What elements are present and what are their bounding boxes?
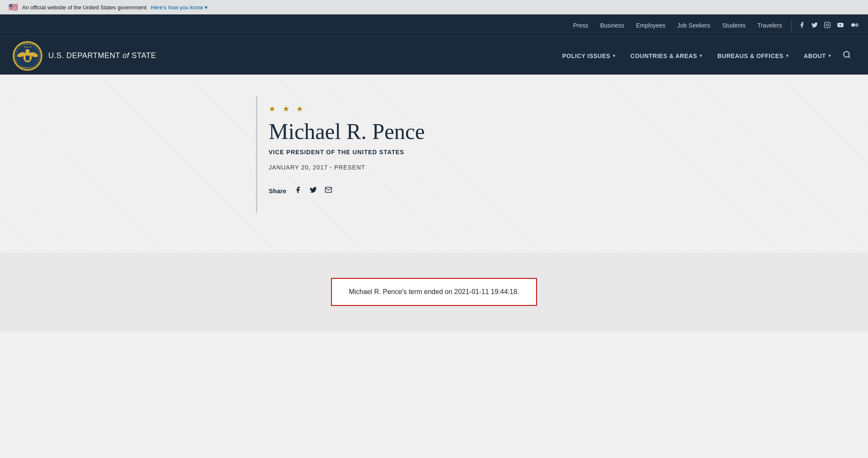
department-name: U.S. DEPARTMENT of STATE xyxy=(48,51,156,60)
date-range: JANUARY 20, 2017 - PRESENT xyxy=(269,164,599,171)
hero-content: ★ ★ ★ Michael R. Pence VICE PRESIDENT OF… xyxy=(243,87,625,221)
share-twitter-icon[interactable] xyxy=(309,186,317,196)
banner-chevron-icon: ▾ xyxy=(205,4,208,11)
svg-text:UNITED STATES OF AMERICA: UNITED STATES OF AMERICA xyxy=(17,43,38,45)
left-border-decoration xyxy=(256,96,257,213)
svg-text:DEPARTMENT OF STATE: DEPARTMENT OF STATE xyxy=(19,67,36,69)
about-chevron-icon: ▾ xyxy=(829,53,831,58)
policy-issues-chevron-icon: ▾ xyxy=(613,53,615,58)
main-header: ★ ★ ★ DEPARTMENT OF STATE UNITED STATES … xyxy=(0,36,868,75)
svg-text:★ ★ ★: ★ ★ ★ xyxy=(24,46,31,48)
gov-banner-text: An official website of the United States… xyxy=(22,4,147,11)
share-facebook-icon[interactable] xyxy=(294,186,302,196)
social-icons-group xyxy=(798,22,860,30)
share-row: Share xyxy=(269,186,599,196)
top-nav-business[interactable]: Business xyxy=(594,14,630,36)
top-nav-links: Press Business Employees Job Seekers Stu… xyxy=(567,14,788,36)
person-title: VICE PRESIDENT OF THE UNITED STATES xyxy=(269,149,599,155)
top-nav-bar: Press Business Employees Job Seekers Stu… xyxy=(0,14,868,36)
top-nav-students[interactable]: Students xyxy=(716,14,751,36)
flickr-icon[interactable] xyxy=(850,22,860,30)
svg-rect-11 xyxy=(25,56,30,61)
bureaus-offices-chevron-icon: ▾ xyxy=(786,53,789,58)
twitter-icon[interactable] xyxy=(811,22,818,30)
nav-countries-areas[interactable]: COUNTRIES & AREAS ▾ xyxy=(623,37,710,75)
notification-section: Michael R. Pence's term ended on 2021-01… xyxy=(0,253,868,331)
search-button[interactable] xyxy=(838,37,855,75)
share-label: Share xyxy=(269,187,287,194)
countries-areas-chevron-icon: ▾ xyxy=(700,53,702,58)
svg-point-4 xyxy=(855,23,859,27)
nav-policy-issues[interactable]: POLICY ISSUES ▾ xyxy=(554,37,623,75)
nav-bureaus-offices[interactable]: BUREAUS & OFFICES ▾ xyxy=(709,37,796,75)
youtube-icon[interactable] xyxy=(837,22,844,30)
top-nav-travelers[interactable]: Travelers xyxy=(751,14,788,36)
logo-link[interactable]: ★ ★ ★ DEPARTMENT OF STATE UNITED STATES … xyxy=(13,41,156,71)
svg-rect-0 xyxy=(824,22,830,28)
how-you-know-link[interactable]: Here's how you know ▾ xyxy=(151,4,208,11)
nav-about[interactable]: ABOUT ▾ xyxy=(796,37,838,75)
top-nav-press[interactable]: Press xyxy=(567,14,594,36)
svg-point-10 xyxy=(25,49,30,53)
us-flag: 🇺🇸 xyxy=(8,3,18,12)
svg-line-16 xyxy=(849,56,850,58)
gov-banner: 🇺🇸 An official website of the United Sta… xyxy=(0,0,868,14)
facebook-icon[interactable] xyxy=(798,22,805,30)
share-email-icon[interactable] xyxy=(325,186,332,196)
svg-point-3 xyxy=(851,23,855,27)
top-nav-employees[interactable]: Employees xyxy=(630,14,671,36)
svg-point-15 xyxy=(844,52,849,57)
instagram-icon[interactable] xyxy=(824,22,831,30)
person-name: Michael R. Pence xyxy=(269,119,599,144)
rank-stars: ★ ★ ★ xyxy=(269,104,599,114)
term-ended-text: Michael R. Pence's term ended on 2021-01… xyxy=(349,288,519,295)
department-seal: ★ ★ ★ DEPARTMENT OF STATE UNITED STATES … xyxy=(13,41,42,71)
top-nav-job-seekers[interactable]: Job Seekers xyxy=(671,14,716,36)
nav-divider xyxy=(791,19,792,31)
main-navigation: POLICY ISSUES ▾ COUNTRIES & AREAS ▾ BURE… xyxy=(554,37,855,75)
term-ended-notification: Michael R. Pence's term ended on 2021-01… xyxy=(331,278,537,306)
hero-area: ★ ★ ★ Michael R. Pence VICE PRESIDENT OF… xyxy=(0,75,868,253)
